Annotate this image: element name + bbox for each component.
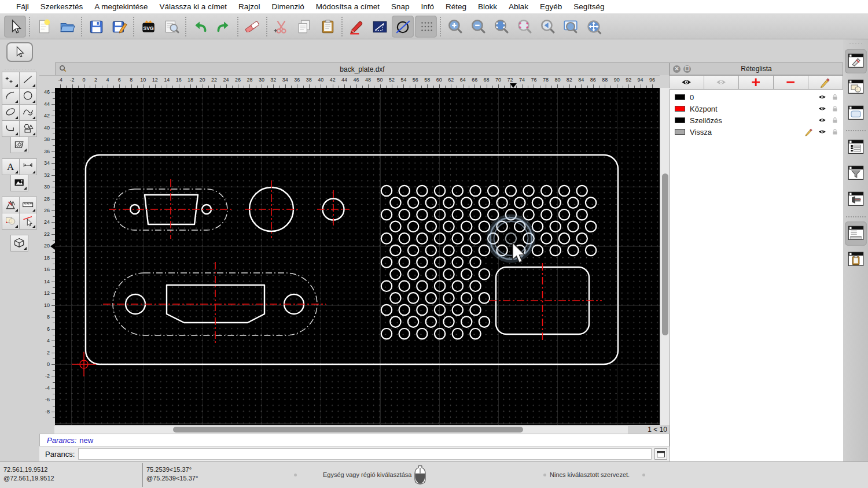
select-entity-tool[interactable]: [19, 213, 37, 230]
vent-hole: [426, 245, 436, 256]
menu-2[interactable]: Szerkesztés: [35, 2, 89, 11]
open-file-button[interactable]: [56, 16, 78, 38]
menu-9[interactable]: Infó: [415, 2, 440, 11]
edit-layer-button[interactable]: [808, 75, 843, 90]
vent-hole: [381, 209, 392, 220]
command-detach-button[interactable]: [654, 448, 667, 460]
zoom-in-icon: [447, 19, 463, 35]
pan-button[interactable]: [583, 16, 605, 38]
delete-button[interactable]: [241, 16, 263, 38]
vent-hole: [479, 293, 490, 303]
submenu-indicator: [15, 84, 18, 87]
layer-row-Vissza[interactable]: Vissza: [670, 126, 843, 138]
hide-all-layers-button[interactable]: [704, 75, 739, 90]
menu-5[interactable]: Rajzol: [233, 2, 266, 11]
zoom-out-button[interactable]: [467, 16, 489, 38]
solid-tool[interactable]: [10, 235, 28, 252]
dimension-tool[interactable]: [19, 158, 37, 175]
menu-14[interactable]: Segítség: [568, 2, 610, 11]
close-icon[interactable]: ✕: [673, 65, 681, 73]
palette-drag-handle[interactable]: [3, 66, 36, 71]
zoom-in-button[interactable]: [444, 16, 466, 38]
dock-block-window[interactable]: [845, 75, 867, 99]
spline-tool[interactable]: [19, 104, 37, 121]
menu-3[interactable]: A megtekintése: [89, 2, 153, 11]
dock-clipboard-window[interactable]: [845, 247, 867, 272]
horizontal-scrollbar-thumb[interactable]: [173, 427, 523, 432]
new-file-button[interactable]: [33, 16, 55, 38]
vent-hole: [559, 209, 569, 220]
svg-export-button[interactable]: SVG: [137, 16, 159, 38]
boolean-tool[interactable]: [2, 213, 20, 230]
layer-color-swatch: [675, 129, 685, 135]
zoom-window-icon: [562, 19, 579, 35]
selection-tool-button[interactable]: [6, 42, 33, 62]
measure-tool[interactable]: [19, 197, 37, 213]
menu-8[interactable]: Snap: [385, 2, 415, 11]
menu-12[interactable]: Ablak: [503, 2, 534, 11]
vent-hole: [568, 245, 578, 256]
text-tool[interactable]: A: [2, 158, 20, 175]
dock-layerlist-window[interactable]: [845, 135, 867, 160]
polyline-tool[interactable]: [2, 120, 20, 137]
cut-button[interactable]: [270, 16, 292, 38]
show-all-layers-button[interactable]: [669, 75, 704, 90]
hatch-tool[interactable]: [10, 136, 28, 153]
vent-hole: [417, 186, 427, 196]
menu-1[interactable]: Fájl: [10, 2, 35, 11]
menu-6[interactable]: Dimenzió: [266, 2, 310, 11]
command-input[interactable]: [78, 448, 652, 460]
measure-circle-button[interactable]: [392, 16, 414, 38]
points-tool[interactable]: [2, 72, 20, 88]
menu-13[interactable]: Egyéb: [534, 2, 568, 11]
menu-10[interactable]: Réteg: [440, 2, 472, 11]
zoom-auto-button[interactable]: [490, 16, 512, 38]
add-layer-button[interactable]: [738, 75, 774, 90]
measure-distance-button[interactable]: [369, 16, 391, 38]
save-button[interactable]: [85, 16, 107, 38]
undo-button[interactable]: [189, 16, 211, 38]
shapes-tool[interactable]: [19, 120, 37, 137]
paste-button[interactable]: [317, 16, 339, 38]
circle-tool[interactable]: [19, 88, 37, 105]
vertical-scrollbar-thumb[interactable]: [662, 173, 668, 335]
dock-pen-window[interactable]: [845, 49, 867, 73]
menu-11[interactable]: Blokk: [472, 2, 503, 11]
horizontal-scrollbar[interactable]: [54, 425, 627, 434]
save-as-button[interactable]: [108, 16, 130, 38]
dock-filter-window[interactable]: [845, 161, 867, 186]
undock-icon[interactable]: ❐: [683, 65, 691, 73]
grid-toggle-button[interactable]: [415, 16, 437, 38]
dock-view-window[interactable]: [845, 187, 867, 212]
zoom-window-button[interactable]: [560, 16, 582, 38]
dock-library-window[interactable]: [845, 101, 867, 125]
drawing-canvas[interactable]: [55, 88, 660, 425]
select-arrow-button[interactable]: [4, 16, 26, 38]
line-tool[interactable]: [19, 72, 37, 88]
cad-tools[interactable]: [2, 197, 20, 213]
zoom-selected-button[interactable]: [513, 16, 535, 38]
vent-hole: [532, 221, 543, 232]
vertical-scrollbar[interactable]: [660, 88, 670, 425]
remove-layer-button[interactable]: [773, 75, 808, 90]
zoom-out-icon: [470, 19, 486, 35]
menu-4[interactable]: Válassza ki a címet: [154, 2, 233, 11]
ellipse-tool[interactable]: [2, 104, 20, 121]
view-window-icon: [847, 191, 865, 208]
menu-7[interactable]: Módosítsa a címet: [310, 2, 385, 11]
document-tab-bar[interactable]: back_plate.dxf: [55, 62, 670, 75]
draw-pen-button[interactable]: [345, 16, 367, 38]
dock-command-window[interactable]: [845, 221, 867, 246]
layer-row-0[interactable]: 0: [670, 91, 843, 103]
redo-button[interactable]: [212, 16, 234, 38]
image-tool[interactable]: [10, 175, 28, 191]
cursor-x-marker: [510, 83, 517, 88]
zoom-previous-button[interactable]: [536, 16, 558, 38]
zoom-selected-icon: [516, 19, 532, 35]
arc-tool[interactable]: [2, 88, 20, 105]
copy-button[interactable]: [293, 16, 315, 38]
layer-row-Központ[interactable]: Központ: [670, 103, 843, 114]
dock-drag-handle[interactable]: [848, 42, 863, 46]
print-preview-button[interactable]: [160, 16, 182, 38]
layer-row-Szellőzés[interactable]: Szellőzés: [670, 114, 843, 126]
